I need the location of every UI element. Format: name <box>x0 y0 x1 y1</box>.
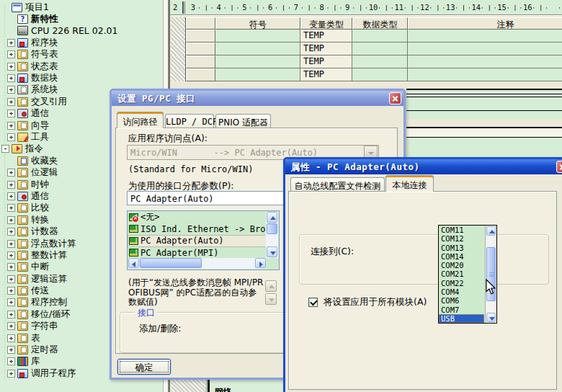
symbol-cell[interactable] <box>215 30 300 43</box>
expand-box-icon[interactable] <box>7 370 15 378</box>
expand-box-icon[interactable] <box>7 322 15 330</box>
scroll-right-icon[interactable] <box>259 262 263 267</box>
comment-cell[interactable] <box>408 68 562 81</box>
expand-box-icon[interactable] <box>7 133 15 141</box>
data-type-cell[interactable] <box>352 30 408 43</box>
scroll-up-icon[interactable] <box>270 216 276 220</box>
tree-item[interactable]: 数据块 <box>0 72 163 84</box>
row-header-cell[interactable] <box>186 30 215 43</box>
expand-box-icon[interactable] <box>7 86 15 94</box>
expand-box-icon[interactable] <box>7 74 15 82</box>
dropdown-option[interactable]: COM13 <box>439 244 484 252</box>
dropdown-option[interactable]: COM22 <box>439 279 484 288</box>
symbol-cell[interactable] <box>215 68 300 81</box>
symbol-cell[interactable] <box>215 55 300 68</box>
expand-box-icon[interactable] <box>7 240 15 248</box>
row-header-cell[interactable] <box>186 43 215 55</box>
expand-box-icon[interactable] <box>7 251 15 259</box>
dialog-titlebar[interactable]: 属性 - PC Adapter(Auto) <box>285 159 562 174</box>
tree-item[interactable]: 项目1 <box>0 1 163 13</box>
data-type-cell[interactable] <box>352 43 408 55</box>
comment-cell[interactable] <box>408 30 562 43</box>
data-type-cell[interactable] <box>352 68 408 81</box>
dialog-titlebar[interactable]: 设置 PG/PC 接口 <box>112 91 403 106</box>
dropdown-scrollbar[interactable] <box>485 226 496 323</box>
comment-cell[interactable] <box>408 55 562 68</box>
tab-access-path[interactable]: 访问路径 <box>117 112 164 128</box>
apply-all-checkbox[interactable] <box>308 298 318 307</box>
expand-box-icon[interactable] <box>7 39 15 47</box>
expand-box-icon[interactable] <box>7 357 15 365</box>
scroll-up-icon[interactable] <box>489 230 495 233</box>
dropdown-option[interactable]: COM11 <box>439 226 484 234</box>
close-icon[interactable] <box>389 92 401 104</box>
expand-box-icon[interactable] <box>7 228 15 236</box>
interface-list-item[interactable]: PC Adapter(Auto) <box>128 235 267 247</box>
tab-auto-bus-detection[interactable]: 自动总线配置文件检测 <box>290 177 385 192</box>
expand-box-icon[interactable] <box>7 169 15 177</box>
scroll-left-icon[interactable] <box>132 262 135 267</box>
expand-box-icon[interactable] <box>7 346 15 354</box>
row-header-cell[interactable] <box>186 55 215 68</box>
row-header-cell[interactable] <box>186 17 215 30</box>
expand-box-icon[interactable] <box>7 311 15 318</box>
dropdown-option[interactable]: COM20 <box>439 261 484 270</box>
dropdown-option[interactable]: COM14 <box>439 252 484 261</box>
dropdown-option[interactable]: COM4 <box>439 288 484 296</box>
var-type-cell[interactable]: TEMP <box>300 43 352 55</box>
expand-box-icon[interactable] <box>7 192 15 200</box>
table-corner-margin[interactable] <box>171 17 186 30</box>
expand-box-icon[interactable] <box>7 287 15 295</box>
row-margin[interactable] <box>171 55 186 68</box>
tree-item[interactable]: 符号表 <box>0 49 163 61</box>
expand-box-icon[interactable] <box>7 216 15 224</box>
ok-button[interactable]: 确定 <box>117 359 171 375</box>
dropdown-option[interactable]: COM12 <box>439 234 484 243</box>
dropdown-option[interactable]: USB <box>439 314 484 323</box>
data-type-cell[interactable] <box>352 55 408 68</box>
expand-box-icon[interactable] <box>7 50 15 58</box>
expand-box-icon[interactable] <box>7 263 15 271</box>
dropdown-option[interactable]: COM21 <box>439 270 484 278</box>
interface-list-item[interactable]: ISO Ind. Ethernet -> Broadco <box>128 223 267 236</box>
expand-box-icon[interactable] <box>7 298 15 306</box>
list-vertical-scrollbar[interactable] <box>266 212 278 258</box>
scroll-down-icon[interactable] <box>265 293 277 305</box>
dropdown-option[interactable]: COM7 <box>439 306 484 314</box>
tab-lldp-dcp[interactable]: LLDP / DCP <box>165 114 214 128</box>
comment-cell[interactable] <box>408 43 562 55</box>
var-type-cell[interactable]: TEMP <box>300 55 352 68</box>
scrollbar-thumb[interactable] <box>486 247 496 301</box>
expand-box-icon[interactable] <box>1 145 9 153</box>
expand-box-icon[interactable] <box>7 275 15 283</box>
column-header-comment[interactable]: 注释 <box>408 17 562 30</box>
scroll-up-icon[interactable] <box>265 280 277 292</box>
row-margin[interactable] <box>171 68 186 81</box>
list-horizontal-scrollbar[interactable] <box>128 258 266 269</box>
interface-list-item[interactable]: PC Adapter(MPI) <box>128 247 267 259</box>
column-header-data-type[interactable]: 数据类型 <box>352 17 408 30</box>
expand-box-icon[interactable] <box>7 334 15 342</box>
symbol-cell[interactable] <box>215 43 300 55</box>
tree-item[interactable]: 新特性 <box>0 13 163 24</box>
column-header-symbol[interactable]: 符号 <box>215 17 300 30</box>
expand-box-icon[interactable] <box>7 181 15 189</box>
tree-item[interactable]: CPU 226 REL 02.01 <box>0 25 163 37</box>
row-header-cell[interactable] <box>186 68 215 81</box>
column-header-var-type[interactable]: 变量类型 <box>300 17 352 30</box>
expand-box-icon[interactable] <box>7 122 15 130</box>
scroll-down-icon[interactable] <box>270 251 276 255</box>
expand-box-icon[interactable] <box>7 98 15 106</box>
tree-item[interactable]: 状态表 <box>0 61 163 72</box>
interface-list-item[interactable]: <无> <box>128 211 267 223</box>
var-type-cell[interactable]: TEMP <box>300 30 352 43</box>
dropdown-option[interactable]: COM6 <box>439 296 484 305</box>
tab-local-connection[interactable]: 本地连接 <box>385 175 434 192</box>
expand-box-icon[interactable] <box>7 110 15 117</box>
row-margin[interactable] <box>171 30 186 43</box>
expand-box-icon[interactable] <box>7 63 15 71</box>
tab-pnio-adapter[interactable]: PNIO 适配器 <box>215 114 271 128</box>
close-icon[interactable] <box>556 161 562 173</box>
row-margin[interactable] <box>171 43 186 55</box>
expand-box-icon[interactable] <box>7 204 15 212</box>
